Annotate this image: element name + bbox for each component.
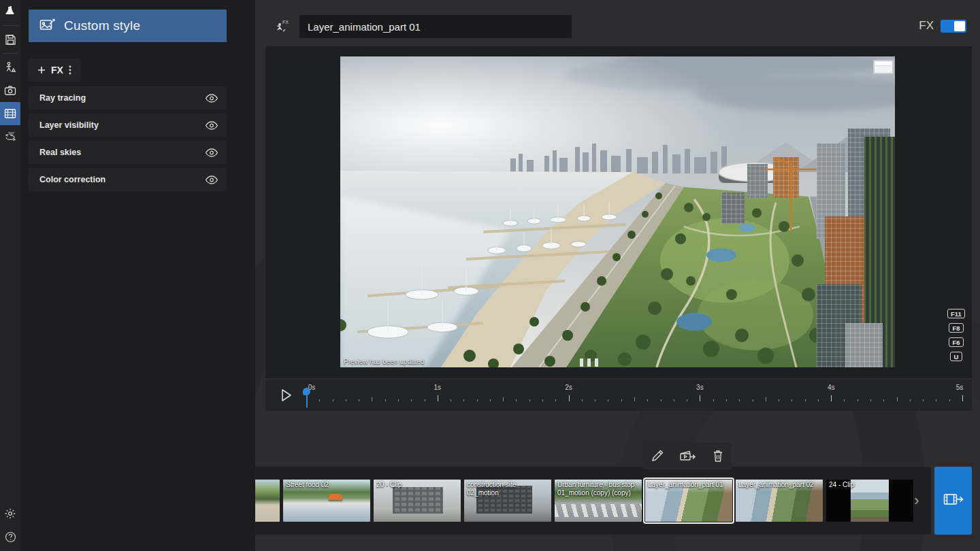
kebab-menu-icon[interactable] bbox=[69, 65, 71, 75]
timeline-tick bbox=[766, 397, 766, 401]
effect-label: Ray tracing bbox=[39, 93, 86, 103]
rail-bottom bbox=[0, 502, 20, 548]
play-button[interactable] bbox=[276, 386, 295, 405]
clip-item[interactable]: Layer_animation_part 02 bbox=[736, 480, 823, 522]
effect-label: Real skies bbox=[39, 148, 81, 157]
rail-help-icon[interactable] bbox=[0, 525, 20, 548]
hotkey-badge: F11 bbox=[947, 309, 965, 318]
timeline-playhead[interactable] bbox=[303, 388, 310, 408]
timeline-tick bbox=[451, 399, 451, 401]
effect-label: Color correction bbox=[39, 175, 105, 184]
timeline-tick bbox=[831, 395, 832, 401]
timeline-tick bbox=[753, 399, 753, 401]
clip-label: Layer_animation_part 01 bbox=[645, 480, 732, 490]
timeline-tick bbox=[582, 399, 583, 401]
plus-icon bbox=[37, 66, 46, 74]
clip-label: Street food 02 bbox=[283, 480, 370, 490]
effect-row[interactable]: Real skies bbox=[29, 141, 227, 164]
rail-settings-gear-icon[interactable] bbox=[0, 502, 20, 525]
rail-divider bbox=[3, 53, 18, 54]
clip-item[interactable]: 20 - Clip bbox=[374, 480, 461, 522]
delete-trash-icon[interactable] bbox=[712, 449, 724, 463]
scroll-right-chevron[interactable]: › bbox=[905, 467, 928, 535]
clip-item[interactable]: construction site 02_motion bbox=[464, 480, 551, 522]
timeline-tick bbox=[529, 399, 530, 401]
rail-photo-camera-icon[interactable] bbox=[0, 79, 20, 102]
timeline-tick bbox=[569, 395, 570, 401]
timeline-tick bbox=[805, 399, 806, 401]
timeline-tick-label: 4s bbox=[828, 384, 835, 391]
clip-export-icon[interactable] bbox=[679, 449, 697, 463]
rail-objects-person-icon[interactable] bbox=[0, 56, 20, 79]
timeline-tick bbox=[936, 399, 936, 401]
effects-list: Ray tracingLayer visibilityReal skiesCol… bbox=[29, 86, 227, 191]
timeline-tick bbox=[791, 399, 792, 401]
timeline-tick bbox=[333, 399, 333, 401]
add-fx-button[interactable]: FX bbox=[29, 59, 80, 82]
eye-icon[interactable] bbox=[205, 94, 218, 103]
screenshot-frame-button[interactable] bbox=[873, 60, 894, 74]
custom-style-icon bbox=[39, 18, 56, 33]
clip-item[interactable]: 24 - Clip bbox=[826, 480, 913, 522]
clip-item[interactable]: Street food 02 bbox=[283, 480, 370, 522]
clip-item[interactable]: Urban furniture - bus stop 01_motion (co… bbox=[555, 480, 642, 522]
style-panel: Custom style FX Ray tracingLayer visibil… bbox=[20, 0, 255, 551]
timeline-tick bbox=[661, 399, 662, 401]
svg-text:360°: 360° bbox=[8, 132, 15, 135]
render-movie-button[interactable] bbox=[934, 467, 972, 535]
timeline-tick bbox=[897, 397, 898, 401]
eye-icon[interactable] bbox=[205, 176, 218, 184]
timeline-tick bbox=[359, 399, 359, 401]
rail-divider bbox=[3, 25, 18, 26]
rail-app-logo-icon[interactable] bbox=[0, 0, 20, 23]
timeline-tick bbox=[726, 399, 727, 401]
effect-row[interactable]: Layer visibility bbox=[29, 114, 227, 137]
fx-toggle-label: FX bbox=[919, 19, 934, 33]
timeline-tick-label: 3s bbox=[696, 384, 704, 391]
fx-toggle-switch[interactable] bbox=[941, 20, 966, 33]
clip-name-input[interactable] bbox=[299, 15, 572, 38]
clip-label: Urban furniture - bus stop 01_motion (co… bbox=[555, 480, 642, 499]
edit-pencil-icon[interactable] bbox=[651, 449, 664, 463]
nav-rail: 360° bbox=[0, 0, 20, 551]
custom-style-header[interactable]: Custom style bbox=[29, 10, 227, 42]
effect-row[interactable]: Ray tracing bbox=[29, 86, 227, 110]
clip-item[interactable]: Layer_animation_part 01 bbox=[645, 480, 732, 522]
effect-row[interactable]: Color correction bbox=[29, 168, 227, 191]
timeline-tick bbox=[608, 399, 608, 401]
rail-save-icon[interactable] bbox=[0, 28, 20, 51]
eye-icon[interactable] bbox=[205, 121, 218, 130]
timeline-tick bbox=[687, 399, 687, 401]
timeline-tick bbox=[542, 399, 543, 401]
timeline-tick bbox=[555, 399, 556, 401]
preview-viewport[interactable]: Preview has been updated bbox=[265, 46, 972, 378]
timeline-tick bbox=[779, 399, 779, 401]
toggle-knob bbox=[954, 21, 965, 31]
timeline-tick bbox=[319, 399, 320, 401]
clip-label: 20 - Clip bbox=[374, 480, 461, 490]
clip-edit-toolbar bbox=[643, 442, 732, 469]
rail-movie-filmstrip-icon[interactable] bbox=[0, 102, 20, 125]
rail-panorama-360-icon[interactable]: 360° bbox=[0, 125, 20, 148]
timeline-tick bbox=[425, 399, 425, 401]
timeline-tick bbox=[438, 395, 438, 401]
timeline-tick bbox=[463, 399, 464, 401]
timeline-tick bbox=[490, 399, 491, 401]
timeline-tick-label: 5s bbox=[956, 384, 964, 391]
effect-label: Layer visibility bbox=[39, 120, 99, 130]
clip-label: construction site 02_motion bbox=[464, 480, 551, 499]
timeline-tick bbox=[503, 397, 504, 401]
add-fx-label: FX bbox=[51, 65, 63, 76]
timeline-tick bbox=[910, 399, 911, 401]
clip-label: Layer_animation_part 02 bbox=[736, 480, 823, 490]
timeline-tick bbox=[647, 399, 648, 401]
timeline-tick bbox=[739, 399, 740, 401]
timeline-ruler[interactable]: 0s1s2s3s4s5s bbox=[306, 380, 966, 411]
timeline-tick bbox=[923, 399, 924, 401]
timeline-tick bbox=[962, 395, 963, 401]
timeline-tick bbox=[844, 399, 845, 401]
timeline-tick bbox=[949, 399, 950, 401]
eye-icon[interactable] bbox=[205, 148, 218, 157]
timeline-tick bbox=[372, 397, 372, 401]
timeline-tick bbox=[346, 399, 346, 401]
